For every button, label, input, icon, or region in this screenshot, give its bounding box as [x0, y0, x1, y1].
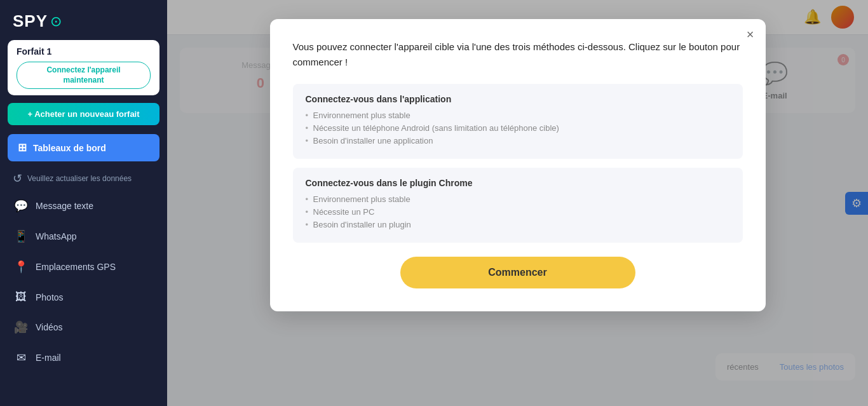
forfait-title: Forfait 1 [17, 46, 151, 57]
whatsapp-icon: 📱 [14, 229, 28, 243]
sidebar-item-label: Message texte [36, 201, 93, 211]
modal-section-chrome: Connectez-vous dans le plugin Chrome Env… [293, 168, 743, 243]
sidebar-item-label: E-mail [36, 353, 61, 363]
message-texte-icon: 💬 [14, 199, 28, 213]
modal-close-button[interactable]: × [747, 28, 754, 41]
modal-chrome-point-1: Environnement plus stable [306, 194, 730, 204]
modal-chrome-point-3: Besoin d'installer un plugin [306, 220, 730, 229]
tableaux-label: Tableaux de bord [33, 143, 106, 153]
sidebar-item-emplacements-gps[interactable]: 📍 Emplacements GPS [0, 252, 167, 282]
start-button[interactable]: Commencer [400, 257, 635, 288]
sidebar-item-videos[interactable]: 🎥 Vidéos [0, 312, 167, 342]
logo-icon: ⊙ [50, 13, 62, 30]
sidebar-item-message-texte[interactable]: 💬 Message texte [0, 191, 167, 221]
modal-section-chrome-title: Connectez-vous dans le plugin Chrome [306, 178, 730, 188]
sidebar-item-label: Vidéos [36, 322, 63, 332]
modal-intro-text: Vous pouvez connecter l'appareil cible v… [293, 39, 743, 70]
sidebar-item-label: WhatsApp [36, 231, 77, 241]
photos-icon: 🖼 [14, 290, 28, 304]
sidebar-item-label: Photos [36, 292, 64, 302]
tableaux-icon: ⊞ [18, 141, 27, 154]
sidebar-navigation: 💬 Message texte 📱 WhatsApp 📍 Emplacement… [0, 191, 167, 373]
sidebar-item-email[interactable]: ✉ E-mail [0, 342, 167, 373]
videos-icon: 🎥 [14, 320, 28, 334]
main-content: 🔔 Messages 0 SMS 0 GPS 0 💬 0 E-mail réce… [167, 0, 868, 406]
connection-modal: × Vous pouvez connecter l'appareil cible… [270, 19, 766, 311]
forfait-box: Forfait 1 Connectez l'appareil maintenan… [8, 40, 159, 95]
refresh-label: Veuillez actualiser les données [27, 174, 132, 183]
modal-app-point-2: Nécessite un téléphone Android (sans lim… [306, 123, 730, 133]
new-forfait-button[interactable]: + Acheter un nouveau forfait [8, 103, 159, 125]
modal-section-app-title: Connectez-vous dans l'application [306, 94, 730, 104]
email-icon: ✉ [14, 351, 28, 365]
modal-app-point-1: Environnement plus stable [306, 111, 730, 120]
modal-section-app: Connectez-vous dans l'application Enviro… [293, 84, 743, 159]
tableaux-de-bord-button[interactable]: ⊞ Tableaux de bord [8, 134, 159, 161]
modal-section-chrome-list: Environnement plus stable Nécessite un P… [306, 194, 730, 229]
connect-device-button[interactable]: Connectez l'appareil maintenant [17, 62, 151, 89]
modal-chrome-point-2: Nécessite un PC [306, 207, 730, 217]
sidebar-item-label: Emplacements GPS [36, 262, 116, 272]
modal-section-app-list: Environnement plus stable Nécessite un t… [306, 111, 730, 145]
refresh-icon: ↺ [13, 172, 22, 186]
modal-app-point-3: Besoin d'installer une application [306, 136, 730, 145]
emplacements-gps-icon: 📍 [14, 260, 28, 274]
logo-text: SPY [13, 11, 48, 31]
sidebar: SPY ⊙ Forfait 1 Connectez l'appareil mai… [0, 0, 167, 406]
modal-overlay: × Vous pouvez connecter l'appareil cible… [167, 0, 868, 406]
sidebar-item-photos[interactable]: 🖼 Photos [0, 282, 167, 312]
refresh-notice: ↺ Veuillez actualiser les données [0, 165, 167, 191]
sidebar-item-whatsapp[interactable]: 📱 WhatsApp [0, 221, 167, 252]
sidebar-logo: SPY ⊙ [0, 0, 167, 40]
